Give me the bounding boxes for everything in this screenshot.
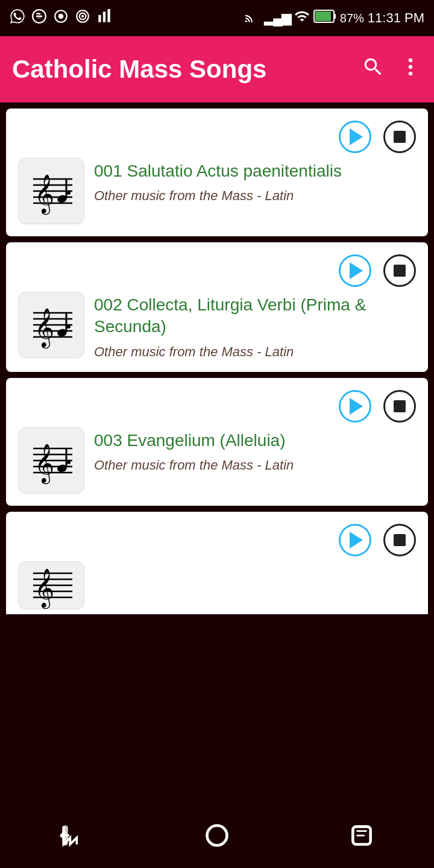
song-card-1: 𝄞 001 Salutatio Actus paenitentialis Oth… (6, 108, 428, 236)
stop-button-3[interactable] (383, 390, 416, 423)
song-card-2-body: 𝄞 002 Collecta, Liturgia Verbi (Prima & … (18, 292, 416, 360)
song-2-subtitle: Other music from the Mass - Latin (94, 344, 416, 360)
song-thumbnail-4: 𝄞 (18, 561, 84, 609)
status-bar: ▂▄▆ 87% 11:31 PM (0, 0, 434, 36)
play-button-3[interactable] (339, 390, 371, 423)
bottom-navigation (0, 808, 434, 868)
svg-text:𝄞: 𝄞 (34, 444, 54, 485)
toolbar: Catholic Mass Songs (0, 36, 434, 102)
song-card-2-controls (18, 254, 416, 287)
svg-rect-9 (107, 9, 110, 22)
svg-point-42 (67, 461, 71, 464)
stop-button-2[interactable] (383, 254, 416, 287)
back-button[interactable] (59, 822, 86, 854)
svg-point-24 (67, 191, 71, 195)
battery-percentage: 87% (340, 11, 364, 25)
play-button-1[interactable] (339, 121, 371, 153)
signal-icon: ▂▄▆ (264, 10, 291, 26)
song-2-info: 002 Collecta, Liturgia Verbi (Prima & Se… (94, 292, 416, 360)
svg-point-33 (67, 325, 71, 329)
svg-point-6 (81, 15, 84, 17)
svg-point-50 (207, 825, 227, 845)
more-options-icon[interactable] (399, 55, 422, 84)
wifi-icon (294, 8, 310, 28)
toolbar-actions (362, 55, 422, 84)
svg-text:𝄞: 𝄞 (34, 174, 54, 215)
search-icon[interactable] (362, 55, 385, 84)
svg-rect-11 (334, 14, 336, 19)
song-1-title: 001 Salutatio Actus paenitentialis (94, 160, 416, 182)
whatsapp-icon (10, 8, 25, 28)
song-1-subtitle: Other music from the Mass - Latin (94, 188, 416, 204)
song-card-4-body: 𝄞 (18, 561, 416, 609)
song-card-3: 𝄞 003 Evangelium (Alleluia) Other music … (6, 378, 428, 506)
song-3-subtitle: Other music from the Mass - Latin (94, 458, 416, 473)
song-card-3-controls (18, 390, 416, 423)
svg-point-14 (409, 64, 412, 68)
svg-text:𝄞: 𝄞 (34, 568, 54, 609)
recent-button[interactable] (348, 822, 375, 854)
song-2-title: 002 Collecta, Liturgia Verbi (Prima & Se… (94, 294, 416, 338)
svg-point-13 (409, 58, 412, 61)
song-thumbnail-1: 𝄞 (18, 158, 84, 224)
song-card-1-body: 𝄞 001 Salutatio Actus paenitentialis Oth… (18, 158, 416, 224)
svg-rect-8 (103, 11, 105, 22)
status-bar-left-icons (10, 8, 112, 28)
song-1-info: 001 Salutatio Actus paenitentialis Other… (94, 158, 416, 204)
song-thumbnail-2: 𝄞 (18, 292, 84, 358)
song-card-4-controls (18, 524, 416, 556)
song-3-title: 003 Evangelium (Alleluia) (94, 430, 416, 451)
svg-text:𝄞: 𝄞 (34, 308, 54, 349)
svg-point-15 (409, 71, 412, 75)
circle-icon (53, 8, 69, 28)
svg-rect-7 (98, 15, 101, 22)
chart-icon (96, 8, 112, 28)
song-card-4: 𝄞 (6, 512, 428, 614)
svg-point-1 (37, 14, 42, 19)
song-card-3-body: 𝄞 003 Evangelium (Alleluia) Other music … (18, 427, 416, 494)
battery-icon (313, 10, 336, 27)
page-title: Catholic Mass Songs (12, 55, 362, 84)
svg-rect-12 (315, 11, 331, 21)
stop-button-1[interactable] (383, 121, 416, 153)
message-icon (31, 8, 47, 28)
song-3-info: 003 Evangelium (Alleluia) Other music fr… (94, 427, 416, 473)
play-button-4[interactable] (339, 524, 371, 556)
song-card-1-controls (18, 121, 416, 153)
song-list: 𝄞 001 Salutatio Actus paenitentialis Oth… (0, 102, 434, 620)
svg-point-3 (58, 14, 64, 19)
song-card-2: 𝄞 002 Collecta, Liturgia Verbi (Prima & … (6, 242, 428, 372)
status-time: 11:31 PM (368, 10, 424, 26)
stop-button-4[interactable] (383, 524, 416, 556)
target-icon (75, 8, 90, 28)
song-thumbnail-3: 𝄞 (18, 427, 84, 494)
home-button[interactable] (204, 822, 230, 854)
status-bar-right-icons: ▂▄▆ 87% 11:31 PM (245, 8, 424, 28)
play-button-2[interactable] (339, 254, 371, 287)
cast-icon (245, 8, 260, 28)
